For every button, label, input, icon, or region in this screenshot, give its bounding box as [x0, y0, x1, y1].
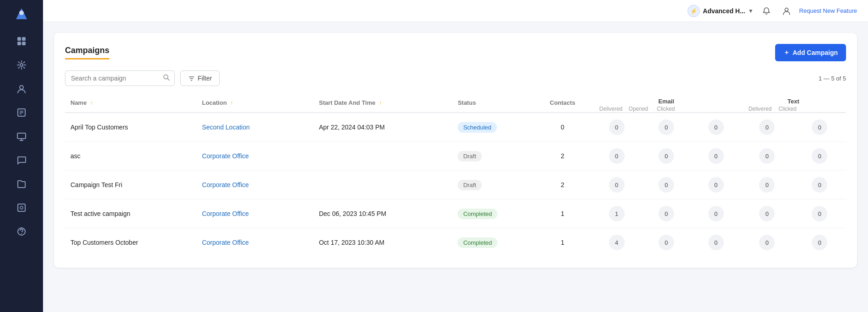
- cell-name: asc: [65, 142, 196, 171]
- sidebar-item-files[interactable]: [11, 174, 32, 194]
- sidebar-item-settings[interactable]: [11, 55, 32, 75]
- svg-rect-2: [17, 37, 21, 41]
- add-campaign-button[interactable]: ＋ Add Campaign: [775, 44, 846, 61]
- svg-point-7: [20, 86, 23, 89]
- cell-text-delivered: 0: [741, 171, 793, 199]
- location-link[interactable]: Corporate Office: [202, 210, 248, 217]
- cell-email-opened: 0: [642, 113, 691, 142]
- cell-email-delivered: 4: [592, 228, 642, 257]
- filter-icon: [188, 75, 195, 82]
- cell-email-clicked: 0: [691, 199, 741, 228]
- cell-status: Completed: [452, 199, 533, 228]
- sidebar-logo[interactable]: [12, 5, 31, 23]
- svg-rect-4: [17, 42, 21, 45]
- sidebar-item-reports[interactable]: [11, 102, 32, 123]
- th-text-clicked: Clicked: [774, 106, 801, 112]
- cell-name: Test active campaign: [65, 199, 196, 228]
- sidebar-item-monitor[interactable]: [11, 126, 32, 146]
- campaigns-tbody: April Top Customers Second Location Apr …: [65, 113, 846, 257]
- status-badge: Draft: [458, 151, 481, 161]
- cell-name: Top Customers October: [65, 228, 196, 257]
- sidebar-item-support[interactable]: [11, 221, 32, 242]
- campaigns-table-wrap: Name ↑ Location ↑ Start Date And Time ↑: [65, 93, 846, 257]
- cell-contacts: 2: [533, 142, 592, 171]
- page-content: Campaigns ＋ Add Campaign: [43, 22, 868, 312]
- status-badge: Draft: [458, 180, 481, 190]
- sort-name-icon[interactable]: ↑: [90, 100, 93, 106]
- cell-text-clicked: 0: [793, 228, 846, 257]
- plus-icon: ＋: [783, 48, 790, 57]
- cell-text-delivered: 0: [741, 142, 793, 171]
- status-badge: Scheduled: [458, 122, 496, 133]
- cell-location: Corporate Office: [196, 228, 313, 257]
- sidebar-item-messages[interactable]: [11, 150, 32, 170]
- cell-name: April Top Customers: [65, 113, 196, 142]
- th-name: Name ↑: [65, 93, 196, 113]
- table-row: asc Corporate Office Draft 2 00000: [65, 142, 846, 171]
- location-link[interactable]: Corporate Office: [202, 239, 248, 246]
- sidebar: [0, 0, 43, 312]
- cell-text-clicked: 0: [793, 113, 846, 142]
- cell-email-opened: 0: [642, 228, 691, 257]
- location-link[interactable]: Corporate Office: [202, 152, 248, 160]
- user-avatar[interactable]: [779, 4, 794, 18]
- svg-text:⚡: ⚡: [690, 7, 698, 15]
- brand-name: Advanced H...: [703, 7, 745, 15]
- sort-date-icon[interactable]: ↑: [379, 100, 382, 106]
- th-start-date: Start Date And Time ↑: [313, 93, 452, 113]
- svg-point-6: [20, 64, 23, 66]
- cell-contacts: 1: [533, 199, 592, 228]
- campaigns-card: Campaigns ＋ Add Campaign: [54, 33, 857, 268]
- cell-status: Scheduled: [452, 113, 533, 142]
- cell-email-delivered: 0: [592, 171, 642, 199]
- card-header: Campaigns ＋ Add Campaign: [65, 44, 846, 61]
- cell-text-delivered: 0: [741, 228, 793, 257]
- th-text-group: Text Delivered Clicked: [741, 93, 846, 113]
- sidebar-item-config[interactable]: [11, 198, 32, 218]
- sidebar-item-contacts[interactable]: [11, 79, 32, 99]
- cell-email-clicked: 0: [691, 228, 741, 257]
- cell-email-delivered: 1: [592, 199, 642, 228]
- location-link[interactable]: Corporate Office: [202, 181, 248, 188]
- search-icon-button[interactable]: [163, 74, 170, 83]
- cell-status: Draft: [452, 171, 533, 199]
- toolbar: Filter 1 — 5 of 5: [65, 70, 846, 86]
- th-email-group: Email Delivered Opened Clicked: [592, 93, 741, 113]
- table-row: Campaign Test Fri Corporate Office Draft…: [65, 171, 846, 199]
- add-campaign-label: Add Campaign: [793, 49, 838, 56]
- svg-rect-15: [18, 204, 25, 211]
- svg-point-21: [785, 8, 788, 11]
- location-link[interactable]: Second Location: [202, 124, 249, 131]
- svg-rect-12: [17, 133, 26, 139]
- svg-point-18: [21, 233, 22, 234]
- cell-contacts: 0: [533, 113, 592, 142]
- sidebar-item-dashboard[interactable]: [11, 31, 32, 51]
- th-text-delivered: Delivered: [746, 106, 774, 112]
- cell-status: Completed: [452, 228, 533, 257]
- cell-location: Second Location: [196, 113, 313, 142]
- filter-label: Filter: [198, 75, 212, 82]
- table-row: April Top Customers Second Location Apr …: [65, 113, 846, 142]
- cell-location: Corporate Office: [196, 142, 313, 171]
- sort-location-icon[interactable]: ↑: [230, 100, 233, 106]
- cell-email-clicked: 0: [691, 113, 741, 142]
- cell-email-opened: 0: [642, 142, 691, 171]
- cell-text-clicked: 0: [793, 199, 846, 228]
- page-title: Campaigns: [65, 46, 109, 59]
- cell-email-delivered: 0: [592, 142, 642, 171]
- request-feature-link[interactable]: Request New Feature: [799, 7, 857, 14]
- cell-email-delivered: 0: [592, 113, 642, 142]
- cell-start-date: [313, 142, 452, 171]
- cell-text-clicked: 0: [793, 171, 846, 199]
- cell-name: Campaign Test Fri: [65, 171, 196, 199]
- svg-rect-3: [22, 37, 26, 41]
- cell-text-delivered: 0: [741, 199, 793, 228]
- topbar-brand[interactable]: ⚡ Advanced H... ▼: [687, 5, 753, 17]
- svg-line-23: [167, 79, 169, 81]
- cell-email-opened: 0: [642, 199, 691, 228]
- filter-button[interactable]: Filter: [180, 70, 220, 86]
- search-input[interactable]: [65, 70, 175, 86]
- notification-bell[interactable]: [759, 4, 774, 18]
- th-email-delivered: Delivered: [597, 106, 625, 112]
- cell-start-date: Apr 22, 2024 04:03 PM: [313, 113, 452, 142]
